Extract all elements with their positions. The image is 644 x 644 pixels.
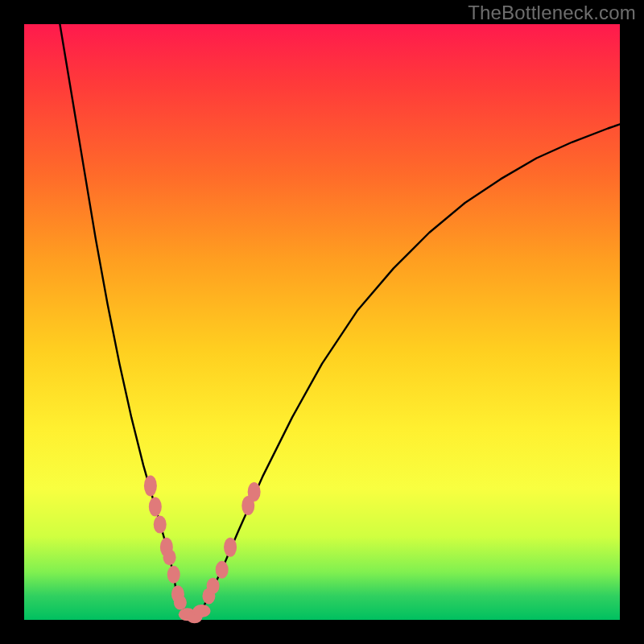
watermark-text: TheBottleneck.com <box>468 2 636 24</box>
chart-svg <box>24 24 620 620</box>
bead-left-1 <box>149 497 162 516</box>
bead-left-0 <box>144 476 157 497</box>
bead-right-1 <box>207 578 220 594</box>
plot-area <box>24 24 620 620</box>
bead-right-5 <box>248 482 261 502</box>
bead-left-4 <box>163 549 176 565</box>
bead-bottom-2 <box>193 605 211 617</box>
bead-group <box>144 476 261 624</box>
bead-right-3 <box>224 538 237 557</box>
bead-right-2 <box>216 561 229 579</box>
frame: TheBottleneck.com <box>0 0 644 644</box>
bead-left-7 <box>174 596 187 610</box>
curve-group <box>60 24 620 618</box>
curve-right-branch <box>191 124 620 617</box>
curve-left-branch <box>60 24 191 618</box>
bead-left-5 <box>167 566 180 584</box>
bead-left-2 <box>154 516 167 534</box>
